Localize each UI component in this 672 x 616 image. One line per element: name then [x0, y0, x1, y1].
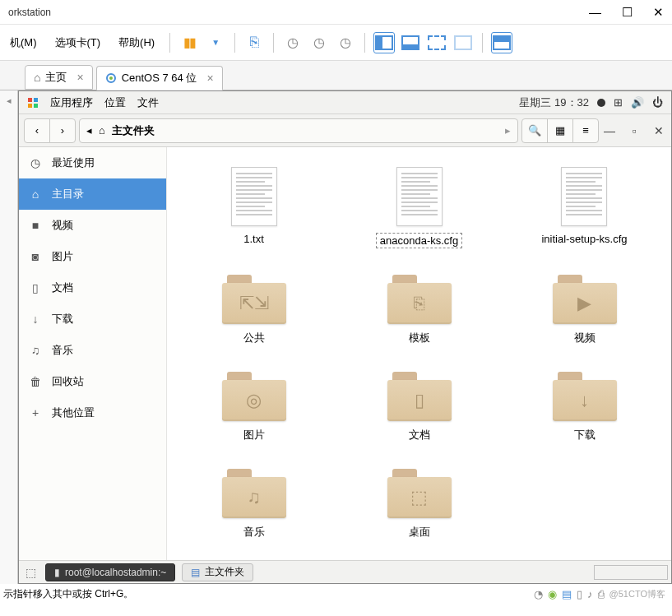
chevron-left-icon: ‹ [35, 124, 39, 137]
network-icon[interactable]: ⊞ [614, 96, 623, 109]
taskbar-tray[interactable] [594, 565, 668, 580]
file-item-9[interactable]: ♫音乐 [219, 465, 290, 543]
pause-button[interactable]: ▮▮ [178, 32, 200, 53]
tab-guest-label: CentOS 7 64 位 [122, 71, 197, 86]
folder-icon: ◎ [222, 372, 286, 421]
textfile-icon [396, 167, 443, 226]
maximize-button[interactable]: ▫ [627, 123, 642, 138]
path-bar[interactable]: ◂ ⌂ 主文件夹 ▸ [79, 118, 518, 143]
taskbar-terminal[interactable]: ▮ root@localhostadmin:~ [45, 563, 175, 581]
file-item-4[interactable]: ⎘模板 [384, 271, 455, 349]
sidebar-item-0[interactable]: ◷最近使用 [19, 147, 166, 178]
forward-button[interactable]: › [49, 118, 76, 143]
svg-rect-3 [34, 98, 38, 102]
folder-icon: ⎘ [387, 275, 452, 324]
menu-machine[interactable]: 机(M) [3, 32, 44, 53]
video-icon: ■ [29, 219, 42, 232]
sound-icon[interactable]: 🔊 [631, 96, 644, 109]
file-item-0[interactable]: 1.txt [228, 164, 280, 252]
activities-icon[interactable] [27, 97, 39, 109]
download-icon: ↓ [29, 313, 42, 326]
file-item-1[interactable]: anaconda-ks.cfg [373, 164, 466, 252]
view-mode-5[interactable] [491, 32, 512, 53]
menu-files[interactable]: 文件 [137, 95, 159, 110]
screen-dashed-icon [428, 35, 446, 50]
show-desktop-button[interactable]: ⬚ [22, 564, 39, 581]
tab-guest[interactable]: CentOS 7 64 位 × [96, 66, 223, 90]
vm-tab-bar: ⌂ 主页 × CentOS 7 64 位 × [0, 61, 672, 90]
search-button[interactable]: 🔍 [521, 118, 548, 143]
vm-window-titlebar: orkstation — ☐ ✕ [0, 0, 672, 25]
sidebar-item-3[interactable]: ◙图片 [19, 241, 166, 272]
sidebar-item-7[interactable]: 🗑回收站 [19, 366, 166, 397]
file-item-10[interactable]: ⬚桌面 [384, 465, 455, 543]
usb-icon[interactable]: ▯ [577, 588, 582, 600]
taskbar-files[interactable]: ▤ 主文件夹 [182, 563, 253, 581]
sidebar-item-1[interactable]: ⌂主目录 [19, 178, 166, 210]
view-mode-3[interactable] [426, 32, 447, 53]
file-item-2[interactable]: initial-setup-ks.cfg [538, 164, 630, 252]
printer-icon[interactable]: ⎙ [598, 588, 605, 600]
sidebar-item-2[interactable]: ■视频 [19, 210, 166, 241]
file-label: 公共 [243, 331, 265, 345]
sidebar-item-label: 音乐 [52, 343, 73, 358]
plus-icon: + [29, 406, 42, 419]
close-button[interactable]: ✕ [651, 123, 666, 138]
gnome-taskbar: ⬚ ▮ root@localhostadmin:~ ▤ 主文件夹 [19, 560, 671, 583]
back-button[interactable]: ‹ [24, 118, 50, 143]
pause-icon: ▮▮ [183, 35, 195, 50]
menu-tab[interactable]: 选项卡(T) [49, 32, 108, 53]
file-item-8[interactable]: ↓下载 [549, 368, 620, 446]
collapse-icon[interactable]: ◂ [7, 95, 12, 106]
view-mode-1[interactable] [373, 32, 395, 53]
power-icon[interactable]: ⏻ [652, 96, 663, 109]
path-forward-icon: ▸ [505, 124, 511, 137]
sidebar-item-label: 其他位置 [52, 405, 95, 420]
screen-filled-icon [493, 35, 511, 50]
folder-icon: ♫ [222, 469, 286, 518]
folder-icon: ▤ [191, 567, 200, 578]
sidebar-item-label: 文档 [52, 280, 73, 295]
file-label: 1.txt [243, 233, 264, 245]
menu-places[interactable]: 位置 [104, 95, 126, 110]
minimize-button[interactable]: — [602, 123, 617, 138]
maximize-button[interactable]: ☐ [622, 5, 633, 20]
menu-applications[interactable]: 应用程序 [50, 95, 93, 110]
folder-icon: ⇱⇲ [222, 275, 286, 324]
view-mode-2[interactable] [400, 32, 421, 53]
folder-icon: ⬚ [387, 469, 452, 518]
cd-icon[interactable]: ◉ [548, 588, 557, 600]
clock-label[interactable]: 星期三 19：32 [519, 95, 589, 110]
path-back-icon: ◂ [86, 124, 92, 137]
grid-view-button[interactable]: ▦ [547, 118, 573, 143]
file-item-5[interactable]: ▶视频 [549, 271, 620, 349]
dropdown-button[interactable]: ▼ [205, 32, 226, 53]
view-mode-4[interactable] [452, 32, 474, 53]
nautilus-body: ◷最近使用⌂主目录■视频◙图片▯文档↓下载♫音乐🗑回收站+其他位置 1.txta… [19, 147, 671, 560]
clock-button-1[interactable]: ◷ [282, 32, 304, 53]
clock-icon: ◷ [287, 35, 299, 50]
file-item-6[interactable]: ◎图片 [219, 368, 290, 446]
menu-help[interactable]: 帮助(H) [112, 32, 161, 53]
sound-icon[interactable]: ♪ [587, 588, 593, 600]
network-icon[interactable]: ▤ [562, 588, 572, 600]
caret-down-icon: ▼ [211, 38, 220, 47]
sidebar-item-5[interactable]: ↓下载 [19, 303, 166, 335]
sidebar-item-6[interactable]: ♫音乐 [19, 335, 166, 366]
minimize-button[interactable]: — [589, 5, 601, 20]
sidebar-item-4[interactable]: ▯文档 [19, 272, 166, 303]
snapshot-button[interactable]: ⎘ [243, 32, 265, 53]
close-icon[interactable]: × [76, 71, 83, 84]
close-icon[interactable]: × [206, 72, 213, 85]
clock-button-2[interactable]: ◷ [308, 32, 330, 53]
sidebar-item-8[interactable]: +其他位置 [19, 397, 166, 428]
taskbar-terminal-label: root@localhostadmin:~ [65, 567, 166, 578]
file-item-3[interactable]: ⇱⇲公共 [219, 271, 290, 349]
file-item-7[interactable]: ▯文档 [384, 368, 455, 446]
clock-icon: ◷ [340, 35, 351, 50]
menu-button[interactable]: ≡ [572, 118, 599, 143]
close-button[interactable]: ✕ [653, 5, 664, 20]
disk-icon[interactable]: ◔ [534, 588, 543, 600]
tab-home[interactable]: ⌂ 主页 × [25, 65, 93, 90]
clock-button-3[interactable]: ◷ [335, 32, 356, 53]
